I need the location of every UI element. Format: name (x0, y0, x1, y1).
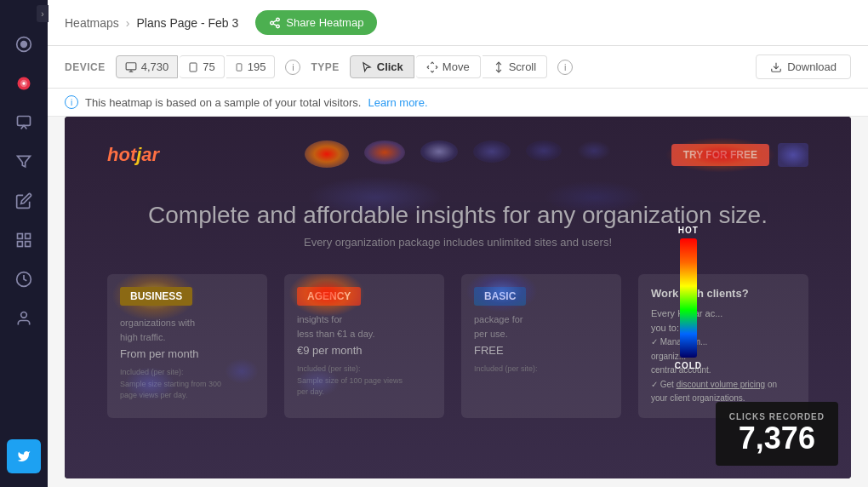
svg-point-13 (271, 21, 274, 25)
svg-point-11 (21, 312, 27, 318)
clicks-recorded-count: 7,376 (729, 421, 825, 455)
clients-title: Work with clients? (651, 287, 796, 300)
device-info-icon[interactable]: i (285, 60, 300, 75)
sidebar-expand-button[interactable]: › (37, 5, 49, 22)
type-info-icon[interactable]: i (557, 60, 573, 75)
svg-point-14 (277, 25, 280, 28)
notice-bar: i This heatmap is based on a sample of y… (48, 89, 868, 117)
svg-point-1 (21, 42, 27, 48)
desktop-count: 4,730 (141, 60, 169, 73)
notice-info-icon: i (65, 95, 78, 109)
svg-line-16 (273, 20, 277, 21)
heatmap-page: hotjar TRY FOR FREE (65, 117, 851, 478)
device-label: DEVICE (65, 61, 106, 73)
business-description: organizations withhigh traffic. (120, 316, 254, 344)
scroll-label: Scroll (509, 60, 537, 73)
sidebar: › (0, 0, 48, 487)
toolbar: DEVICE 4,730 75 195 i TYPE Click (48, 46, 868, 89)
nav-blob-4 (473, 140, 511, 163)
svg-line-15 (273, 23, 277, 25)
sidebar-item-forms[interactable] (7, 184, 41, 218)
sidebar-item-dashboard[interactable] (7, 223, 41, 257)
clicks-recorded-overlay: CLICKS RECORDED 7,376 (716, 402, 838, 466)
svg-rect-7 (26, 234, 31, 239)
heatmap-basic-plan: BASIC package forper use. FREE Included … (461, 274, 621, 418)
svg-rect-20 (190, 63, 197, 72)
hero-subtitle: Every organization package includes unli… (99, 236, 817, 249)
heatmap-plans: BUSINESS organizations withhigh traffic.… (82, 274, 834, 418)
agency-price: €9 per month (297, 344, 431, 357)
agency-description: insights forless than €1 a day. (297, 312, 431, 341)
heatmap-hero: Complete and affordable insights for any… (82, 176, 834, 266)
type-click-button[interactable]: Click (350, 55, 414, 78)
tablet-count: 75 (203, 60, 214, 73)
click-label: Click (377, 60, 403, 73)
svg-rect-8 (26, 242, 31, 247)
heatmap-agency-plan: AGENCY insights forless than €1 a day. €… (284, 274, 444, 418)
sidebar-item-heatmaps[interactable] (7, 66, 41, 100)
legend-hot-label: HOT (678, 226, 699, 235)
device-desktop-button[interactable]: 4,730 (116, 55, 179, 78)
clients-text: Every Hotjar ac...you to: ✓ Manage m...o… (651, 307, 796, 405)
learn-more-link[interactable]: Learn more. (368, 96, 427, 109)
header: Heatmaps › Plans Page - Feb 3 Share Heat… (48, 0, 868, 46)
heatmap-clients-box: Work with clients? Every Hotjar ac...you… (638, 274, 808, 418)
heatmap-navbar: hotjar TRY FOR FREE (82, 134, 834, 176)
hotjar-logo: hotjar (107, 144, 159, 166)
breadcrumb-heatmaps-link[interactable]: Heatmaps (65, 16, 119, 30)
page-title: Plans Page - Feb 3 (136, 16, 238, 30)
legend-cold-label: COLD (675, 361, 702, 370)
nav-blob-6 (577, 140, 611, 161)
nav-blob-5 (526, 140, 562, 161)
heat-gradient-bar (680, 238, 697, 358)
basic-price: FREE (474, 344, 608, 357)
heatmap-container: hotjar TRY FOR FREE (65, 117, 851, 478)
heatmap-business-plan: BUSINESS organizations withhigh traffic.… (107, 274, 267, 418)
mobile-count: 195 (248, 60, 266, 73)
hero-title: Complete and affordable insights for any… (99, 202, 817, 229)
nav-heat-blobs (305, 140, 611, 168)
move-label: Move (443, 60, 470, 73)
svg-rect-6 (18, 234, 23, 239)
main-content: Heatmaps › Plans Page - Feb 3 Share Heat… (48, 0, 868, 487)
device-button-group: 4,730 75 195 (116, 55, 276, 78)
notice-text: This heatmap is based on a sample of you… (85, 96, 361, 109)
type-button-group: Click Move Scroll (350, 55, 547, 78)
heat-legend: HOT COLD (675, 226, 702, 370)
breadcrumb: Heatmaps › Plans Page - Feb 3 (65, 16, 238, 30)
basic-description: package forper use. (474, 312, 608, 341)
sidebar-item-users[interactable] (7, 301, 41, 335)
svg-point-12 (277, 18, 280, 21)
sidebar-item-history[interactable] (7, 262, 41, 296)
business-badge: BUSINESS (120, 287, 192, 306)
download-button[interactable]: Download (756, 54, 851, 79)
svg-rect-9 (18, 242, 23, 247)
type-label: TYPE (311, 61, 339, 73)
device-mobile-button[interactable]: 195 (226, 55, 276, 78)
business-price: From per month (120, 347, 254, 360)
svg-point-4 (22, 82, 25, 84)
nav-blob-2 (364, 140, 405, 164)
sidebar-item-funnels[interactable] (7, 145, 41, 179)
share-heatmap-button[interactable]: Share Heatmap (255, 10, 377, 35)
type-move-button[interactable]: Move (416, 55, 481, 78)
type-scroll-button[interactable]: Scroll (483, 55, 548, 78)
twitter-button[interactable] (7, 439, 41, 473)
nav-blob-3 (420, 140, 458, 163)
breadcrumb-separator: › (126, 16, 130, 30)
download-label: Download (787, 60, 837, 73)
share-button-label: Share Heatmap (286, 16, 363, 29)
nav-blob-1 (305, 140, 349, 168)
device-tablet-button[interactable]: 75 (180, 55, 224, 78)
sidebar-item-feedback[interactable] (7, 106, 41, 140)
svg-rect-17 (126, 62, 136, 69)
sidebar-item-recordings[interactable] (7, 27, 41, 61)
svg-rect-5 (18, 117, 31, 126)
